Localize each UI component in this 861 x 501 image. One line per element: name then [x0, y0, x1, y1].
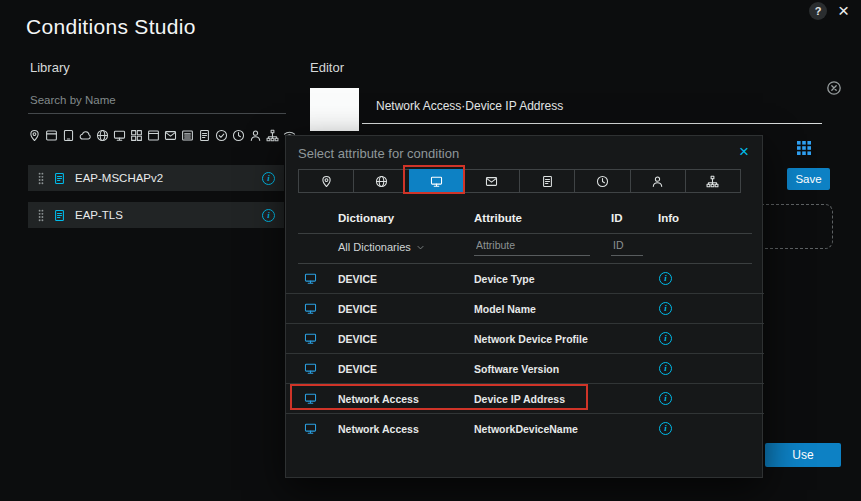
conditions-studio-dialog: Conditions Studio ? × Library EAP-MSCHAP… [0, 0, 861, 501]
attribute-cell: Software Version [474, 363, 559, 375]
library-section-title: Library [30, 60, 70, 75]
info-icon[interactable]: i [262, 209, 275, 222]
attribute-filter-input[interactable] [474, 237, 590, 256]
library-item[interactable]: EAP-MSCHAPv2 i [28, 165, 284, 191]
dictionary-filter-dropdown[interactable]: All Dictionaries [338, 241, 425, 253]
popup-close-icon[interactable]: × [739, 142, 749, 162]
drag-handle-icon[interactable] [37, 208, 45, 223]
condition-file-icon [53, 172, 66, 185]
attribute-table-body: DEVICE Device Type i DEVICE Model Name i… [286, 264, 764, 444]
tab-clock[interactable] [574, 169, 630, 193]
dictionary-cell: DEVICE [338, 303, 377, 315]
monitor-icon [304, 302, 317, 315]
column-header-id: ID [611, 212, 623, 224]
card-icon[interactable] [45, 129, 58, 142]
library-item-label: EAP-TLS [75, 209, 123, 221]
location-icon [320, 175, 333, 188]
apps-grid-icon[interactable] [796, 140, 812, 156]
sitemap-icon[interactable] [266, 129, 279, 142]
info-icon[interactable]: i [659, 302, 672, 315]
info-icon[interactable]: i [659, 362, 672, 375]
help-button[interactable]: ? [809, 2, 827, 20]
document-icon[interactable] [198, 129, 211, 142]
monitor-icon [304, 422, 317, 435]
id-filter-input[interactable] [611, 237, 643, 256]
condition-attribute-field[interactable]: Network Access·Device IP Address [362, 88, 822, 124]
attribute-row[interactable]: Network Access Device IP Address i [286, 384, 764, 414]
dictionary-filter-label: All Dictionaries [338, 241, 411, 253]
monitor-icon [304, 332, 317, 345]
attribute-cell: NetworkDeviceName [474, 423, 578, 435]
attribute-row[interactable]: Network Access NetworkDeviceName i [286, 414, 764, 444]
tab-globe[interactable] [353, 169, 409, 193]
tab-sitemap[interactable] [685, 169, 741, 193]
column-header-info: Info [658, 212, 679, 224]
remove-condition-icon[interactable] [826, 80, 842, 96]
attribute-row[interactable]: DEVICE Model Name i [286, 294, 764, 324]
badge-icon[interactable] [215, 129, 228, 142]
monitor-icon [304, 392, 317, 405]
close-icon[interactable]: × [838, 0, 849, 22]
info-icon[interactable]: i [262, 172, 275, 185]
select-attribute-popup: Select attribute for condition × Diction… [285, 135, 763, 478]
chevron-down-icon [416, 243, 425, 252]
use-button[interactable]: Use [765, 443, 841, 467]
library-filter-toolbar [28, 129, 294, 142]
popup-title: Select attribute for condition [298, 146, 459, 161]
document-icon [541, 175, 554, 188]
mail-icon [485, 175, 498, 188]
dictionary-cell: DEVICE [338, 273, 377, 285]
attribute-cell: Device Type [474, 273, 535, 285]
editor-section-title: Editor [310, 60, 344, 75]
location-icon[interactable] [28, 129, 41, 142]
attribute-row[interactable]: DEVICE Device Type i [286, 264, 764, 294]
column-header-dictionary: Dictionary [338, 212, 394, 224]
condition-attribute-value: Network Access·Device IP Address [376, 99, 563, 113]
attribute-row[interactable]: DEVICE Network Device Profile i [286, 324, 764, 354]
attribute-category-tabs [298, 169, 741, 193]
condition-file-icon [53, 209, 66, 222]
user-icon[interactable] [249, 129, 262, 142]
tab-location[interactable] [298, 169, 354, 193]
stack-icon[interactable] [181, 129, 194, 142]
tab-document[interactable] [519, 169, 575, 193]
tablet-icon[interactable] [62, 129, 75, 142]
dictionary-cell: DEVICE [338, 333, 377, 345]
condition-type-box[interactable] [310, 88, 359, 131]
page-title: Conditions Studio [26, 15, 196, 39]
monitor-icon [304, 272, 317, 285]
drag-handle-icon[interactable] [37, 171, 45, 186]
tab-monitor[interactable] [409, 169, 465, 193]
info-icon[interactable]: i [659, 272, 672, 285]
cloud-icon[interactable] [79, 129, 92, 142]
column-header-attribute: Attribute [474, 212, 522, 224]
globe-icon[interactable] [96, 129, 109, 142]
dictionary-cell: Network Access [338, 423, 419, 435]
divider [298, 233, 752, 234]
attribute-cell: Network Device Profile [474, 333, 588, 345]
user-icon [651, 175, 664, 188]
tab-mail[interactable] [464, 169, 520, 193]
window-icon[interactable] [147, 129, 160, 142]
attribute-row[interactable]: DEVICE Software Version i [286, 354, 764, 384]
clock-icon[interactable] [232, 129, 245, 142]
library-item-label: EAP-MSCHAPv2 [75, 172, 163, 184]
dictionary-cell: DEVICE [338, 363, 377, 375]
attribute-cell: Device IP Address [474, 393, 565, 405]
info-icon[interactable]: i [659, 392, 672, 405]
globe-icon [375, 175, 388, 188]
dictionary-cell: Network Access [338, 393, 419, 405]
info-icon[interactable]: i [659, 422, 672, 435]
tab-user[interactable] [630, 169, 686, 193]
library-item[interactable]: EAP-TLS i [28, 202, 284, 228]
sitemap-icon [706, 175, 719, 188]
monitor-icon [430, 175, 443, 188]
monitor-icon[interactable] [113, 129, 126, 142]
attribute-cell: Model Name [474, 303, 536, 315]
search-input[interactable] [28, 90, 286, 114]
clock-icon [596, 175, 609, 188]
grid-icon[interactable] [130, 129, 143, 142]
info-icon[interactable]: i [659, 332, 672, 345]
save-button[interactable]: Save [787, 168, 830, 190]
mail-icon[interactable] [164, 129, 177, 142]
